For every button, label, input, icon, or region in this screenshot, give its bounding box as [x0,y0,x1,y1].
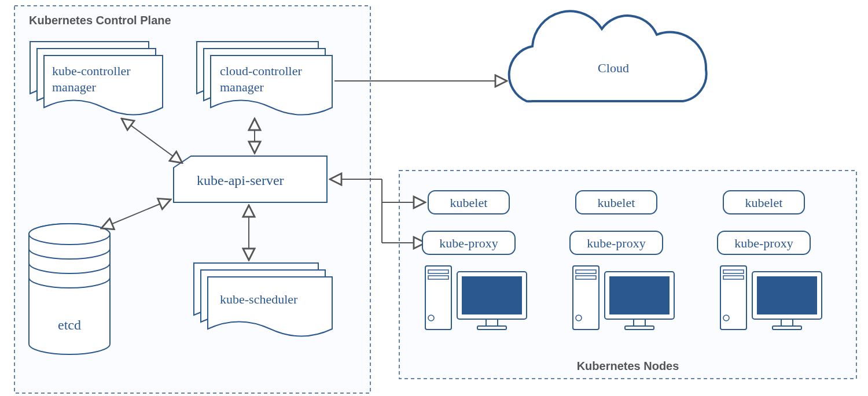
node-1-kubelet-label: kubelet [450,195,488,210]
node-2-kubelet-label: kubelet [598,195,635,210]
cloud-controller-manager-label-l2: manager [220,80,264,94]
kube-api-server-node: kube-api-server [174,156,327,202]
svg-rect-18 [609,276,670,314]
kubernetes-architecture-diagram: Kubernetes Control Plane kube-controller… [0,0,868,396]
svg-rect-28 [757,276,817,314]
svg-rect-10 [477,326,506,330]
node-3-kubelet-label: kubelet [745,195,783,210]
kube-scheduler-label: kube-scheduler [220,292,298,306]
svg-point-0 [29,224,110,245]
svg-rect-30 [773,326,801,330]
cloud-node: Cloud [509,11,707,101]
kube-api-server-label: kube-api-server [197,173,284,188]
nodes-title: Kubernetes Nodes [577,360,679,372]
node-1-kube-proxy-label: kube-proxy [439,236,498,250]
control-plane-title: Kubernetes Control Plane [29,14,171,27]
kube-controller-manager-node: kube-controller manager [30,42,163,115]
etcd-label: etcd [58,317,81,332]
svg-rect-19 [634,319,645,326]
svg-rect-29 [781,319,793,326]
node-3-kube-proxy-label: kube-proxy [734,236,793,250]
svg-rect-9 [486,319,498,326]
cloud-controller-manager-label-l1: cloud-controller [220,64,302,78]
kube-controller-manager-label-l1: kube-controller [52,64,131,78]
kube-scheduler-node: kube-scheduler [194,263,332,336]
kube-controller-manager-label-l2: manager [52,80,96,94]
svg-rect-8 [462,276,522,314]
cloud-label: Cloud [598,61,629,75]
etcd-node: etcd [29,224,110,354]
node-2-kube-proxy-label: kube-proxy [587,236,645,250]
cloud-controller-manager-node: cloud-controller manager [197,42,332,115]
svg-rect-20 [625,326,654,330]
